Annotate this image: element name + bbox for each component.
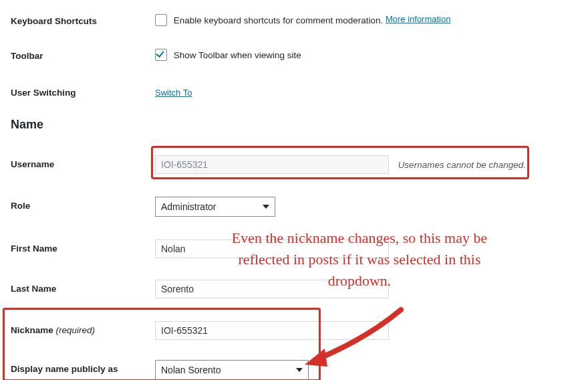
first-name-input[interactable] (155, 240, 389, 258)
toolbar-label: Toolbar (11, 51, 144, 61)
nickname-label: Nickname (required) (11, 325, 144, 335)
switch-to-link[interactable]: Switch To (155, 88, 192, 98)
keyboard-shortcuts-checkbox[interactable] (155, 14, 167, 26)
username-label: Username (11, 159, 144, 169)
display-name-select[interactable]: Nolan Sorento (155, 360, 309, 380)
role-label: Role (11, 201, 144, 211)
last-name-label: Last Name (11, 284, 144, 294)
section-name-heading: Name (11, 118, 43, 132)
display-name-label: Display name publicly as (11, 364, 144, 374)
user-switching-label: User Switching (11, 88, 144, 98)
nickname-input[interactable] (155, 321, 389, 340)
toolbar-text: Show Toolbar when viewing site (174, 50, 301, 60)
keyboard-shortcuts-label: Keyboard Shortcuts (11, 16, 144, 26)
toolbar-checkbox[interactable] (155, 49, 167, 61)
username-input (155, 155, 389, 174)
last-name-input[interactable] (155, 280, 389, 298)
more-information-link[interactable]: More information (386, 14, 451, 24)
keyboard-shortcuts-text: Enable keyboard shortcuts for comment mo… (174, 15, 384, 25)
role-select[interactable]: Administrator (155, 197, 275, 217)
first-name-label: First Name (11, 244, 144, 254)
username-note: Usernames cannot be changed. (398, 160, 526, 170)
